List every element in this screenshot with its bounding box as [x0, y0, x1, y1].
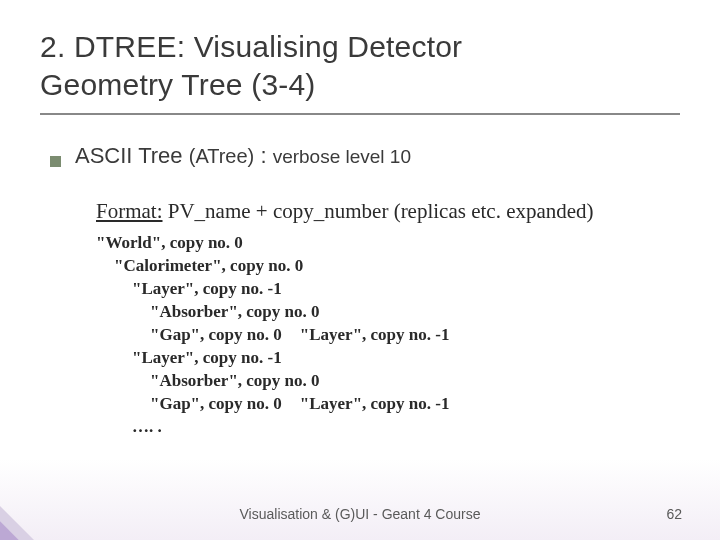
tree-line: "Absorber", copy no. 0 [96, 370, 680, 393]
bullet-verbose: verbose level 10 [273, 146, 411, 167]
tree-line: "Absorber", copy no. 0 [96, 301, 680, 324]
format-line: Format: PV_name + copy_number (replicas … [96, 199, 680, 224]
tree-line-part: "Layer", copy no. -1 [300, 394, 450, 413]
square-bullet-icon [50, 156, 61, 167]
tree-line: "Gap", copy no. 0"Layer", copy no. -1 [96, 324, 680, 347]
title-line-1: 2. DTREE: Visualising Detector [40, 30, 462, 63]
bullet-colon: : [254, 143, 272, 168]
bullet-paren: (ATree) [189, 145, 255, 167]
page-number: 62 [666, 506, 682, 522]
bullet-row: ASCII Tree (ATree) : verbose level 10 [50, 143, 680, 169]
corner-fold-icon [0, 506, 34, 540]
tree-line: "Calorimeter", copy no. 0 [96, 255, 680, 278]
format-label: Format: [96, 199, 163, 223]
tree-line: "Layer", copy no. -1 [96, 347, 680, 370]
tree-line-part: "Gap", copy no. 0 [150, 325, 282, 344]
footer-text: Visualisation & (G)UI - Geant 4 Course [240, 506, 481, 522]
ascii-tree: "World", copy no. 0 "Calorimeter", copy … [96, 232, 680, 438]
slide: 2. DTREE: Visualising Detector Geometry … [0, 0, 720, 438]
tree-line: "World", copy no. 0 [96, 232, 680, 255]
bullet-main: ASCII Tree [75, 143, 183, 168]
footer: Visualisation & (G)UI - Geant 4 Course 6… [0, 506, 720, 522]
tree-line: "Layer", copy no. -1 [96, 278, 680, 301]
slide-body: ASCII Tree (ATree) : verbose level 10 Fo… [40, 143, 680, 438]
bullet-text: ASCII Tree (ATree) : verbose level 10 [75, 143, 411, 169]
title-underline [40, 113, 680, 115]
title-line-2: Geometry Tree (3-4) [40, 68, 316, 101]
tree-line-part: "Gap", copy no. 0 [150, 394, 282, 413]
slide-title: 2. DTREE: Visualising Detector Geometry … [40, 28, 680, 103]
tree-line-part: "Layer", copy no. -1 [300, 325, 450, 344]
tree-line: "Gap", copy no. 0"Layer", copy no. -1 [96, 393, 680, 416]
format-rest: PV_name + copy_number (replicas etc. exp… [163, 199, 594, 223]
tree-line: …. . [96, 416, 680, 439]
